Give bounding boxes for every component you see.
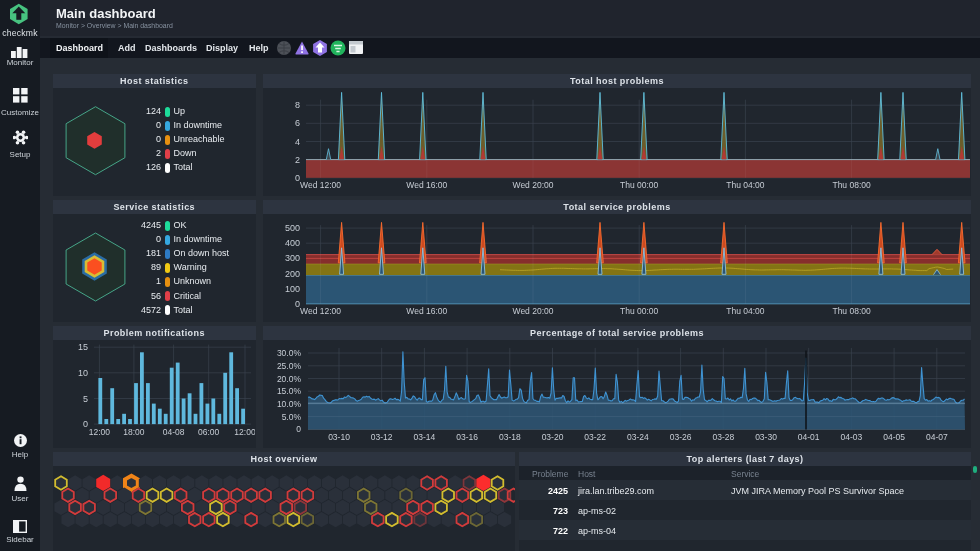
svg-text:03-16: 03-16	[456, 432, 478, 442]
svg-text:04-01: 04-01	[798, 432, 820, 442]
svg-text:400: 400	[285, 238, 300, 248]
svg-text:0: 0	[296, 424, 301, 434]
svg-text:06:00: 06:00	[198, 427, 220, 437]
svg-text:Wed 16:00: Wed 16:00	[406, 306, 447, 316]
svg-text:03-10: 03-10	[328, 432, 350, 442]
svg-text:Thu 00:00: Thu 00:00	[620, 306, 659, 316]
svg-text:18:00: 18:00	[123, 427, 145, 437]
svg-text:03-12: 03-12	[371, 432, 393, 442]
svg-text:2: 2	[295, 155, 300, 165]
svg-text:10.0%: 10.0%	[277, 399, 302, 409]
svg-text:03-18: 03-18	[499, 432, 521, 442]
svg-text:15.0%: 15.0%	[277, 386, 302, 396]
svg-text:Wed 16:00: Wed 16:00	[406, 180, 447, 190]
svg-text:12:00: 12:00	[89, 427, 111, 437]
svg-text:300: 300	[285, 253, 300, 263]
svg-text:03-28: 03-28	[712, 432, 734, 442]
svg-text:Thu 04:00: Thu 04:00	[726, 306, 765, 316]
svg-text:03-20: 03-20	[542, 432, 564, 442]
svg-text:Wed 20:00: Wed 20:00	[513, 306, 554, 316]
svg-text:25.0%: 25.0%	[277, 361, 302, 371]
svg-text:04-08: 04-08	[163, 427, 185, 437]
svg-text:04-03: 04-03	[841, 432, 863, 442]
svg-text:5: 5	[83, 394, 88, 404]
svg-text:Thu 04:00: Thu 04:00	[726, 180, 765, 190]
svg-text:0: 0	[83, 419, 88, 429]
svg-text:100: 100	[285, 284, 300, 294]
svg-text:04-07: 04-07	[926, 432, 948, 442]
svg-text:04-05: 04-05	[883, 432, 905, 442]
svg-text:03-24: 03-24	[627, 432, 649, 442]
svg-text:5.0%: 5.0%	[282, 412, 302, 422]
svg-text:03-30: 03-30	[755, 432, 777, 442]
svg-text:10: 10	[78, 368, 88, 378]
svg-text:Thu 08:00: Thu 08:00	[832, 306, 871, 316]
svg-text:03-26: 03-26	[670, 432, 692, 442]
svg-text:03-22: 03-22	[584, 432, 606, 442]
svg-text:200: 200	[285, 269, 300, 279]
svg-text:30.0%: 30.0%	[277, 348, 302, 358]
svg-text:8: 8	[295, 100, 300, 110]
svg-text:Wed 12:00: Wed 12:00	[300, 180, 341, 190]
svg-text:Thu 00:00: Thu 00:00	[620, 180, 659, 190]
svg-text:500: 500	[285, 223, 300, 233]
svg-text:4: 4	[295, 137, 300, 147]
svg-text:Wed 12:00: Wed 12:00	[300, 306, 341, 316]
svg-text:15: 15	[78, 342, 88, 352]
svg-text:20.0%: 20.0%	[277, 374, 302, 384]
svg-text:03-14: 03-14	[414, 432, 436, 442]
svg-text:12:00: 12:00	[234, 427, 255, 437]
svg-text:6: 6	[295, 118, 300, 128]
svg-text:Thu 08:00: Thu 08:00	[832, 180, 871, 190]
svg-text:Wed 20:00: Wed 20:00	[513, 180, 554, 190]
